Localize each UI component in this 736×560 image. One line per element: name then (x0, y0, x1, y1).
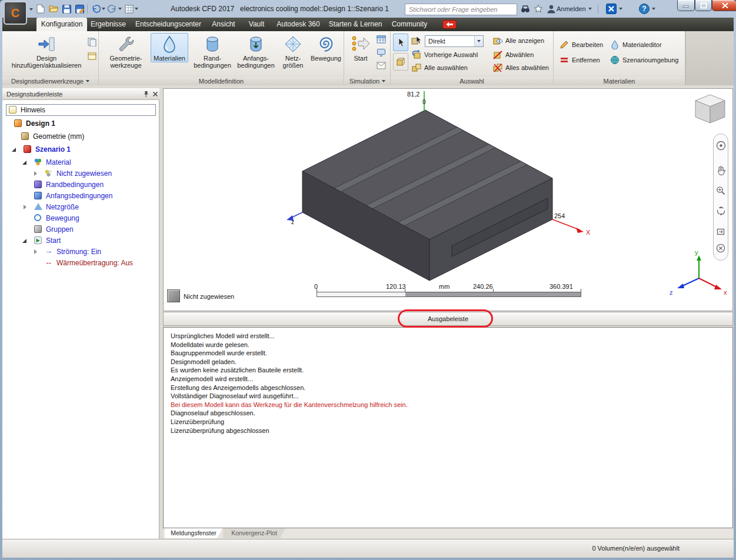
close-button[interactable] (712, 0, 736, 11)
tree-item-szenario-1[interactable]: Szenario 1 (2, 145, 159, 155)
tab-entscheidungscenter[interactable]: Entscheidungscenter (132, 18, 205, 31)
material-editor-button[interactable]: Materialeditor (610, 39, 662, 50)
log-line: Designmodell geladen. (171, 358, 732, 366)
tree-expander-collapsed[interactable] (24, 205, 26, 209)
tree-expander-collapsed[interactable] (34, 249, 37, 254)
email-icon[interactable] (375, 59, 387, 71)
tab-ergebnisse[interactable]: Ergebnisse (87, 18, 129, 31)
edit-button[interactable]: Bearbeiten (560, 39, 603, 50)
tree-item-bewegung[interactable]: Bewegung (2, 214, 159, 224)
design-clone-icon[interactable] (86, 36, 98, 48)
tree-item-material[interactable]: Material (2, 158, 159, 168)
motion-button[interactable]: Bewegung (308, 33, 344, 62)
cursor-select-button[interactable] (393, 34, 408, 51)
pan-hand-icon[interactable] (715, 164, 727, 176)
tree-expander-expanded[interactable] (12, 148, 16, 152)
tree-item-gruppen[interactable]: Gruppen (2, 225, 159, 235)
initial-conditions-button[interactable]: Anfangs- bedingungen (235, 33, 277, 69)
tree-item-geometrie[interactable]: Geometrie (mm) (2, 132, 159, 142)
deselect-button[interactable]: Abwählen (493, 49, 534, 60)
zoom-icon[interactable] (715, 185, 727, 196)
tree-item-nicht-zugewiesen[interactable]: Nicht zugewiesen (2, 169, 159, 179)
design-copy-icon[interactable] (86, 50, 98, 62)
tree-expander-expanded[interactable] (22, 239, 26, 243)
solution-table-icon[interactable] (375, 34, 387, 45)
model-3d[interactable] (164, 89, 732, 311)
tab-konfiguration[interactable]: Konfiguration (36, 18, 87, 31)
remove-button[interactable]: Entfernen (560, 55, 600, 65)
tree-item-netzgroesse[interactable]: Netzgröße (2, 202, 159, 213)
search-binoculars-icon[interactable] (520, 4, 531, 14)
scenario-environment-button[interactable]: Szenarioumgebung (610, 55, 678, 65)
mesh-sizes-button[interactable]: Netz- größen (278, 33, 308, 69)
signin-chevron-icon[interactable] (588, 8, 592, 10)
exchange-chevron-icon[interactable] (619, 8, 622, 10)
app-logo[interactable]: C (4, 1, 27, 25)
signin-label[interactable]: Anmelden (557, 5, 586, 12)
group-label[interactable]: Modelldefinition (99, 76, 344, 85)
tree-item-design-1[interactable]: Design 1 (2, 119, 159, 129)
look-icon[interactable] (715, 226, 727, 238)
group-label[interactable]: Simulation (345, 76, 390, 85)
qat-chevron-icon[interactable] (135, 8, 138, 10)
exchange-apps-icon[interactable] (606, 4, 617, 14)
help-chevron-icon[interactable] (652, 8, 655, 10)
previous-selection-button[interactable]: Vorherige Auswahl (412, 49, 478, 60)
tab-meldungsfenster[interactable]: Meldungsfenster (165, 528, 222, 538)
group-label[interactable]: Materialien (554, 76, 685, 85)
undo-chevron-icon[interactable] (102, 8, 105, 10)
favorites-star-icon[interactable] (533, 4, 544, 14)
tree-item-randbedingungen[interactable]: Randbedingungen (2, 180, 159, 191)
tab-konvergenz-plot[interactable]: Konvergenz-Plot (223, 528, 285, 538)
redo-icon[interactable] (107, 4, 118, 14)
open-file-icon[interactable] (48, 4, 59, 14)
close-panel-icon[interactable] (152, 91, 159, 98)
select-all-button[interactable]: Alle auswählen (412, 62, 468, 73)
box-select-button[interactable] (393, 53, 408, 71)
new-file-icon[interactable] (35, 4, 46, 14)
selection-mode-combobox[interactable]: Direkt (425, 35, 484, 47)
orbit-icon[interactable] (715, 205, 727, 216)
monitor-icon[interactable] (375, 46, 387, 58)
tree-expander-collapsed[interactable] (34, 171, 37, 176)
tab-starten-lernen[interactable]: Starten & Lernen (326, 18, 385, 31)
materials-button[interactable]: Materialien (151, 33, 188, 62)
capture-icon[interactable] (124, 4, 134, 14)
minimize-button[interactable] (677, 0, 695, 11)
tree-item-waermeuebertragung[interactable]: Wärmeübertragung: Aus (2, 258, 159, 269)
redo-chevron-icon[interactable] (118, 8, 122, 10)
save-icon[interactable] (61, 4, 72, 14)
save-as-icon[interactable] (74, 4, 85, 14)
tree-item-start[interactable]: Start (2, 236, 159, 246)
note-listbox[interactable]: Hinweis (6, 104, 156, 116)
tab-ansicht[interactable]: Ansicht (207, 18, 240, 31)
selection-mode-value: Direkt (428, 38, 445, 45)
combo-arrow[interactable] (474, 36, 483, 46)
help-icon[interactable]: ? (639, 4, 650, 14)
log-line: Baugruppenmodell wurde erstellt. (171, 349, 732, 358)
pin-icon[interactable] (142, 91, 149, 98)
boundary-conditions-button[interactable]: Rand- bedingungen (191, 33, 234, 69)
tree-item-stroemung[interactable]: Strömung: Ein (2, 247, 159, 258)
community-sync-icon[interactable] (442, 20, 457, 29)
group-label[interactable]: Auswahl (391, 76, 553, 85)
geometry-tools-button[interactable]: Geometrie- werkzeuge (104, 33, 148, 69)
show-all-button[interactable]: Alle anzeigen (493, 35, 544, 46)
group-label[interactable]: Designstudienwerkzeuge (2, 76, 98, 85)
viewport-3d[interactable]: 81,2 0 254 X z 0 120.13 mm 240.26 360.39… (163, 88, 733, 311)
start-button[interactable]: Start (347, 33, 374, 62)
user-icon[interactable] (546, 4, 557, 14)
tab-community[interactable]: Community (387, 18, 432, 31)
view-cube[interactable] (692, 92, 728, 126)
search-input[interactable] (405, 4, 517, 15)
maximize-button[interactable] (695, 0, 712, 11)
tree-item-anfangsbedingungen[interactable]: Anfangsbedingungen (2, 191, 159, 202)
nav-wheel-icon[interactable] (715, 139, 727, 151)
tree-expander-expanded[interactable] (22, 161, 26, 165)
deselect-all-button[interactable]: Alles abwählen (493, 62, 549, 73)
undo-icon[interactable] (91, 4, 101, 14)
tab-autodesk-360[interactable]: Autodesk 360 (273, 18, 324, 31)
design-add-update-button[interactable]: Design hinzufügen/aktualisieren (9, 33, 84, 69)
app-menu-chevron-icon[interactable] (29, 8, 33, 11)
tab-vault[interactable]: Vault (242, 18, 271, 31)
